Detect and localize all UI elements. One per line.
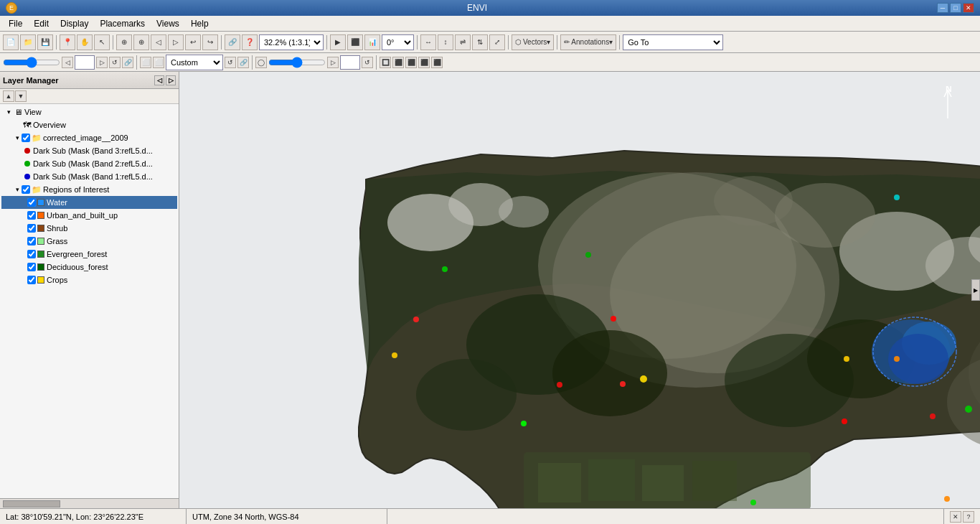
tree-roi-water[interactable]: Water xyxy=(1,196,177,209)
tree-roi-grass[interactable]: Grass xyxy=(1,235,177,248)
tree-overview-item[interactable]: 🗺 Overview xyxy=(1,118,177,131)
roi-water-checkbox[interactable] xyxy=(27,198,36,207)
band1-label: Dark Sub (Mask (Band 1:refL5.d... xyxy=(33,172,153,181)
image-checkbox[interactable] xyxy=(22,134,30,142)
roi-expand-icon[interactable]: ▾ xyxy=(13,185,22,194)
tb2-btn2[interactable]: ▷ xyxy=(96,57,108,68)
close-button[interactable]: ✕ xyxy=(963,3,974,13)
tree-roi-shrub[interactable]: Shrub xyxy=(1,222,177,235)
svg-point-14 xyxy=(416,359,517,431)
annotations-button[interactable]: ✏ Annotations ▾ xyxy=(560,34,616,50)
view-expand-icon[interactable]: ▾ xyxy=(4,108,13,116)
tb2-icon6[interactable]: ⬛ xyxy=(418,57,430,68)
select-button[interactable]: ↖ xyxy=(94,34,110,50)
tb2-icon3[interactable]: 🔲 xyxy=(380,57,391,68)
layer-hscroll[interactable] xyxy=(0,498,179,508)
pan-button[interactable]: ✋ xyxy=(77,34,93,50)
menu-edit[interactable]: Edit xyxy=(28,17,55,30)
roi-grass-checkbox[interactable] xyxy=(27,237,36,245)
roi-shrub-checkbox[interactable] xyxy=(27,224,36,233)
roi-deciduous-checkbox[interactable] xyxy=(27,263,36,271)
save-button[interactable]: 💾 xyxy=(37,34,53,50)
menu-file[interactable]: File xyxy=(3,17,28,30)
cursor5[interactable]: ⤢ xyxy=(489,34,505,50)
tool2[interactable]: ⊕ xyxy=(133,34,149,50)
hscroll-thumb[interactable] xyxy=(3,500,60,507)
map-area[interactable]: N ▶ xyxy=(179,72,980,508)
open-button[interactable]: 📁 xyxy=(20,34,36,50)
rotate-right[interactable]: ↪ xyxy=(202,34,218,50)
tb2-icon7[interactable]: ⬛ xyxy=(431,57,443,68)
tree-view-item[interactable]: ▾ 🖥 View xyxy=(1,106,177,118)
value2-input[interactable]: 10 xyxy=(340,55,360,70)
cursor1[interactable]: ↔ xyxy=(420,34,436,50)
tree-roi-crops[interactable]: Crops xyxy=(1,273,177,286)
tree-roi-deciduous[interactable]: Deciduous_forest xyxy=(1,261,177,273)
band1[interactable]: ▶ xyxy=(330,34,346,50)
layer-up-button[interactable]: ▲ xyxy=(3,90,14,102)
cursor3[interactable]: ⇌ xyxy=(455,34,471,50)
tb2-btn1[interactable]: ◁ xyxy=(62,57,73,68)
band2[interactable]: ⬛ xyxy=(347,34,363,50)
sep9 xyxy=(136,55,137,70)
sync-button[interactable]: 🔗 xyxy=(225,34,240,50)
tree-roi-evergreen[interactable]: Evergreen_forest xyxy=(1,248,177,261)
svg-rect-21 xyxy=(538,463,581,502)
tree-image-item[interactable]: ▾ 📁 corrected_image__2009 xyxy=(1,131,177,144)
menu-help[interactable]: Help xyxy=(185,17,215,30)
tb2-icon2[interactable]: ⬜ xyxy=(153,57,164,68)
minimize-button[interactable]: ─ xyxy=(937,3,948,13)
tree-roi-urban[interactable]: Urban_and_built_up xyxy=(1,209,177,222)
tool1[interactable]: ⊕ xyxy=(116,34,132,50)
tb2-circle[interactable]: ◯ xyxy=(255,57,267,68)
angle-select[interactable]: 0° xyxy=(382,34,414,50)
tb2-refresh1[interactable]: ↺ xyxy=(109,57,121,68)
menu-display[interactable]: Display xyxy=(55,17,94,30)
tb2-btn3[interactable]: ▷ xyxy=(327,57,339,68)
goto-select[interactable]: Go To xyxy=(623,34,723,50)
expand-panel-button[interactable]: ▷ xyxy=(166,75,176,85)
collapse-panel-button[interactable]: ◁ xyxy=(154,75,164,85)
tb2-refresh2[interactable]: ↺ xyxy=(225,57,236,68)
placemark-button[interactable]: 📍 xyxy=(60,34,75,50)
vectors-button[interactable]: ⬡ Vectors ▾ xyxy=(512,34,554,50)
tree-band1-item[interactable]: Dark Sub (Mask (Band 1:refL5.d... xyxy=(1,170,177,183)
new-button[interactable]: 📄 xyxy=(3,34,19,50)
tb2-link1[interactable]: 🔗 xyxy=(122,57,133,68)
tree-band2-item[interactable]: Dark Sub (Mask (Band 2:refL5.d... xyxy=(1,157,177,170)
maximize-button[interactable]: □ xyxy=(950,3,961,13)
zoom-forward[interactable]: ▷ xyxy=(168,34,184,50)
status-help-button[interactable]: ? xyxy=(963,511,974,523)
cursor2[interactable]: ↕ xyxy=(438,34,453,50)
roi-evergreen-checkbox[interactable] xyxy=(27,250,36,258)
tb2-icon1[interactable]: ⬜ xyxy=(140,57,151,68)
roi-urban-checkbox[interactable] xyxy=(27,211,36,220)
rotate-left[interactable]: ↩ xyxy=(185,34,201,50)
tb2-icon4[interactable]: ⬛ xyxy=(392,57,404,68)
tb2-refresh3[interactable]: ↺ xyxy=(362,57,373,68)
status-close-button[interactable]: ✕ xyxy=(950,511,961,523)
cursor4[interactable]: ⇅ xyxy=(472,34,488,50)
slider2[interactable] xyxy=(268,57,326,67)
zoom-back[interactable]: ◁ xyxy=(151,34,166,50)
status-close-section: ✕ ? xyxy=(943,509,980,524)
tb2-link2[interactable]: 🔗 xyxy=(237,57,249,68)
roi-folder-checkbox[interactable] xyxy=(22,185,30,194)
band3[interactable]: 📊 xyxy=(364,34,380,50)
custom-select[interactable]: Custom xyxy=(166,55,223,70)
sep6 xyxy=(508,35,509,50)
query-button[interactable]: ❓ xyxy=(242,34,258,50)
image-expand-icon[interactable]: ▾ xyxy=(13,134,22,142)
tree-roi-folder[interactable]: ▾ 📁 Regions of Interest xyxy=(1,183,177,196)
tree-band3-item[interactable]: Dark Sub (Mask (Band 3:refL5.d... xyxy=(1,144,177,157)
zoom-select[interactable]: 32.2% (1:3.1) xyxy=(259,34,324,50)
layer-down-button[interactable]: ▼ xyxy=(15,90,27,102)
map-scroll-right[interactable]: ▶ xyxy=(971,279,980,301)
sep5 xyxy=(417,35,418,50)
value1-input[interactable]: 20 xyxy=(75,55,95,70)
menu-views[interactable]: Views xyxy=(151,17,185,30)
tb2-icon5[interactable]: ⬛ xyxy=(405,57,417,68)
roi-crops-checkbox[interactable] xyxy=(27,276,36,284)
menu-placemarks[interactable]: Placemarks xyxy=(94,17,151,30)
slider1[interactable] xyxy=(3,57,60,67)
